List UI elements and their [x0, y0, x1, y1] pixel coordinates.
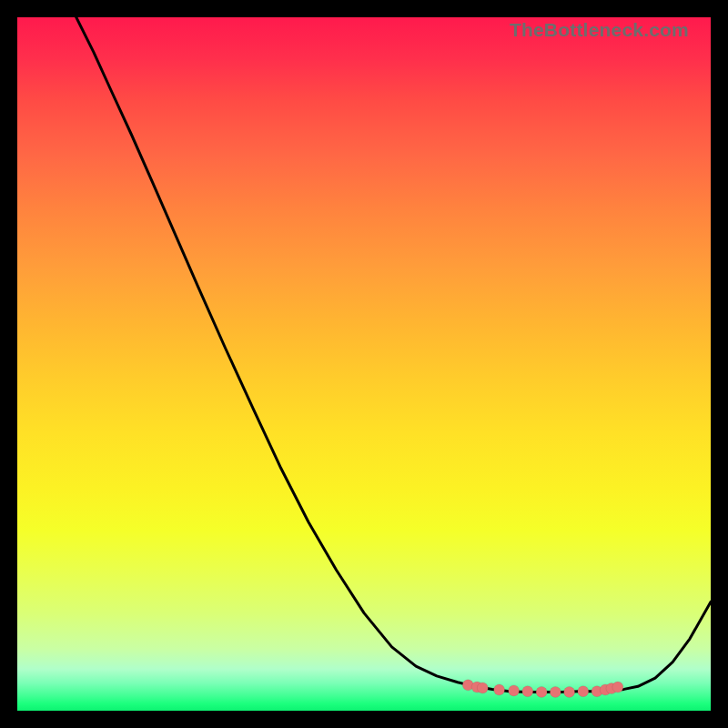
- data-point: [522, 686, 533, 697]
- data-point: [536, 686, 547, 697]
- data-point: [612, 682, 623, 693]
- highlighted-points: [17, 17, 711, 711]
- chart-container: TheBottleneck.com: [0, 0, 728, 728]
- data-point: [477, 682, 488, 693]
- plot-area: TheBottleneck.com: [17, 17, 711, 711]
- data-point: [509, 685, 520, 696]
- data-point: [550, 686, 561, 697]
- data-point: [564, 686, 575, 697]
- data-point: [578, 686, 589, 697]
- data-point: [494, 684, 505, 695]
